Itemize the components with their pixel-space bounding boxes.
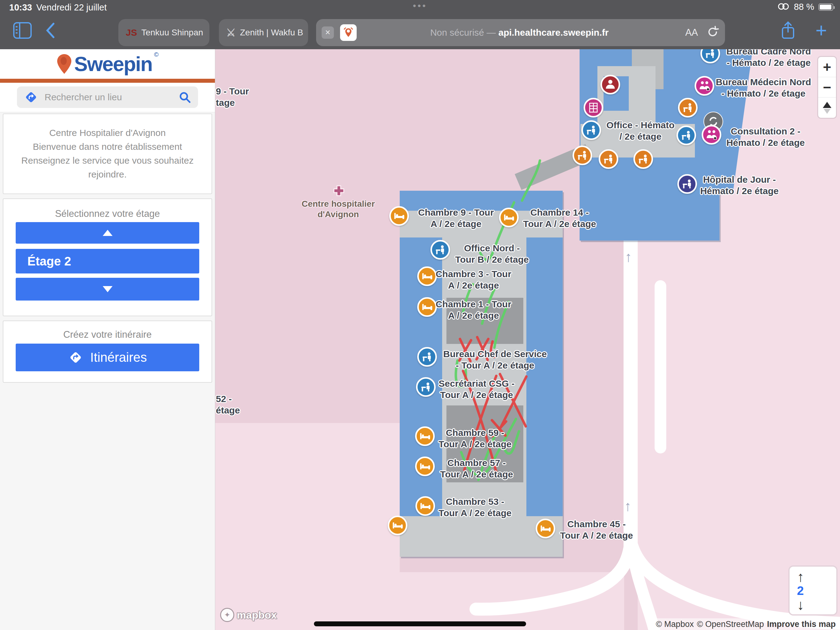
tab-tenkuu-shinpan[interactable]: JS Tenkuu Shinpan bbox=[118, 19, 209, 46]
route-card: Créez votre itinéraire Itinéraires bbox=[3, 321, 212, 383]
zoom-out-button[interactable]: − bbox=[818, 77, 836, 98]
welcome-card: Centre Hospitalier d'Avignon Bienvenue d… bbox=[3, 114, 212, 194]
multitasking-dots-icon[interactable]: ••• bbox=[413, 1, 427, 11]
floor-heading: Sélectionnez votre étage bbox=[3, 208, 212, 219]
sweepin-pin-icon bbox=[56, 54, 72, 74]
directions-diamond-icon bbox=[24, 90, 38, 104]
map-poi-chambre-1-marker[interactable] bbox=[417, 297, 437, 317]
map-poi-chambre-45-label: Chambre 45 -Tour A / 2e étage bbox=[560, 518, 633, 541]
map-poi-bureau-medecin-nord-marker[interactable] bbox=[695, 76, 714, 96]
clock: 10:33 bbox=[9, 2, 32, 13]
current-floor-button[interactable]: Étage 2 bbox=[16, 249, 199, 274]
map-poi-office-desk-4-marker[interactable] bbox=[633, 149, 653, 169]
map-poi-chambre-14-label: Chambre 14 -Tour A / 2e étage bbox=[523, 207, 596, 230]
welcome-instruction: Renseignez le service que vous souhaitez… bbox=[12, 154, 203, 181]
road-direction-arrow-icon: ↑ bbox=[624, 498, 631, 514]
url-text: Non sécurisé — api.healthcare.sweepin.fr bbox=[357, 27, 682, 38]
map-poi-bed-unlabeled-marker[interactable] bbox=[388, 516, 407, 535]
close-tab-icon[interactable]: ✕ bbox=[322, 27, 334, 39]
map-poi-secretariat-csg-marker[interactable] bbox=[416, 377, 436, 397]
map-outer-area bbox=[638, 191, 840, 630]
ipad-screen: 10:33 Vendredi 22 juillet ••• 88 % bbox=[0, 0, 840, 630]
map-poi-hopital-de-jour-label: Hôpital de Jour -Hémato / 2e étage bbox=[700, 174, 778, 196]
triangle-down-icon bbox=[824, 109, 831, 114]
attrib-osm[interactable]: © OpenStreetMap bbox=[697, 619, 764, 629]
map-poi-office-desk-3-marker[interactable] bbox=[598, 149, 618, 169]
itineraries-button[interactable]: Itinéraires bbox=[16, 343, 199, 371]
new-tab-button[interactable]: + bbox=[810, 20, 832, 41]
map-poi-office-desk-2-marker[interactable] bbox=[573, 146, 592, 165]
sidebar-toggle-icon[interactable] bbox=[12, 20, 33, 41]
tab-label: Tenkuu Shinpan bbox=[141, 28, 203, 38]
search-input[interactable] bbox=[44, 92, 172, 103]
url-host: api.healthcare.sweepin.fr bbox=[498, 27, 608, 38]
search-icon[interactable] bbox=[178, 91, 191, 104]
map-poi-chambre-14-marker[interactable] bbox=[499, 207, 519, 227]
map-cutoff-label-1: 52 -étage bbox=[216, 393, 240, 416]
mapbox-logo-icon: ✦ bbox=[220, 608, 234, 622]
map-poi-hopital-de-jour-marker[interactable] bbox=[677, 174, 697, 194]
sweepin-sidebar: Sweepin © Centre Hospitalier d'Avignon B… bbox=[0, 49, 215, 630]
back-button-icon[interactable] bbox=[39, 20, 61, 41]
date: Vendredi 22 juillet bbox=[36, 2, 107, 13]
reload-icon[interactable] bbox=[706, 25, 720, 40]
map-floor-control: ↑ 2 ↓ bbox=[788, 565, 838, 616]
floor-up-button[interactable] bbox=[16, 222, 199, 244]
welcome-subtitle: Bienvenue dans notre établissement bbox=[12, 140, 203, 154]
share-icon[interactable] bbox=[777, 20, 799, 41]
map-poi-consultation-2-marker[interactable] bbox=[702, 125, 721, 144]
sweepin-logo: Sweepin © bbox=[0, 49, 215, 79]
map-poi-consult-desk-marker[interactable] bbox=[676, 125, 696, 145]
map-poi-bureau-cadre-nord-label: Bureau Cadre Nord- Hémato / 2e étage bbox=[726, 49, 811, 68]
map-poi-chambre-1-label: Chambre 1 - TourA / 2e étage bbox=[436, 298, 511, 321]
mapbox-logo[interactable]: ✦ mapbox bbox=[220, 608, 277, 622]
map-poi-office-desk-1-marker[interactable] bbox=[678, 98, 698, 117]
floor-selector-card: Sélectionnez votre étage Étage 2 bbox=[3, 198, 212, 316]
map-poi-stock-shelves-marker[interactable] bbox=[584, 98, 603, 117]
map-poi-office-hemato-label: Office - Hémato/ 2e étage bbox=[606, 119, 674, 142]
map-poi-bureau-medecin-nord-label: Bureau Médecin Nord- Hémato / 2e étage bbox=[716, 76, 811, 99]
tab-favicon-js: JS bbox=[126, 27, 137, 38]
map-canvas[interactable]: ↑ ↑ Centre hospitalier d'Avignon bbox=[215, 49, 840, 630]
floor-up-arrow[interactable]: ↑ bbox=[797, 570, 804, 584]
tab-zenith-wakfu[interactable]: ⚔ Zenith | Wakfu B bbox=[219, 19, 308, 46]
hospital-name-label: Centre hospitalier d'Avignon bbox=[302, 199, 375, 220]
map-poi-chambre-3-marker[interactable] bbox=[417, 266, 437, 286]
map-attribution: © Mapbox © OpenStreetMap Improve this ma… bbox=[652, 618, 840, 630]
map-poi-office-hemato-marker[interactable] bbox=[581, 120, 601, 140]
floor-down-arrow[interactable]: ↓ bbox=[797, 598, 804, 612]
map-poi-chambre-53-marker[interactable] bbox=[415, 496, 435, 516]
tab-favicon-sword-icon: ⚔ bbox=[226, 27, 235, 39]
itineraries-label: Itinéraires bbox=[90, 350, 147, 365]
chevron-up-icon bbox=[103, 230, 112, 236]
attrib-mapbox[interactable]: © Mapbox bbox=[656, 619, 694, 629]
zoom-in-button[interactable]: + bbox=[818, 57, 836, 77]
map-poi-chambre-9-label: Chambre 9 - TourA / 2e étage bbox=[418, 207, 494, 230]
home-indicator[interactable] bbox=[314, 621, 526, 626]
search-bar[interactable] bbox=[17, 86, 198, 108]
map-poi-medecin-person-marker[interactable] bbox=[600, 75, 620, 95]
map-poi-bureau-chef-service-marker[interactable] bbox=[417, 347, 437, 367]
attrib-improve-link[interactable]: Improve this map bbox=[767, 619, 836, 629]
floor-down-button[interactable] bbox=[16, 278, 199, 301]
address-bar[interactable]: ✕ Non sécurisé — api.healthcare.sweepin.… bbox=[316, 19, 725, 46]
reader-aa-button[interactable]: AA bbox=[685, 27, 698, 38]
brand-name: Sweepin bbox=[74, 52, 152, 76]
map-poi-chambre-59-label: Chambre 59 -Tour A / 2e étage bbox=[439, 427, 511, 450]
map-poi-chambre-9-marker[interactable] bbox=[389, 206, 409, 226]
road-direction-arrow-icon: ↑ bbox=[625, 249, 632, 265]
map-poi-chambre-57-marker[interactable] bbox=[415, 456, 435, 476]
tab-label: Zenith | Wakfu B bbox=[240, 28, 303, 38]
pitch-toggle-button[interactable] bbox=[818, 98, 836, 118]
map-poi-office-nord-label: Office Nord -Tour B / 2e étage bbox=[455, 242, 529, 265]
map-poi-chambre-45-marker[interactable] bbox=[535, 519, 555, 538]
hotspot-link-icon bbox=[777, 2, 789, 12]
battery-percent: 88 % bbox=[794, 2, 814, 12]
map-poi-chambre-59-marker[interactable] bbox=[415, 426, 435, 446]
hospital-cross-icon bbox=[333, 185, 345, 197]
map-poi-office-nord-marker[interactable] bbox=[431, 240, 450, 260]
triangle-up-icon bbox=[823, 102, 831, 108]
search-section bbox=[0, 83, 215, 112]
brand-divider bbox=[0, 79, 215, 83]
map-poi-chambre-3-label: Chambre 3 - TourA / 2e étage bbox=[436, 268, 511, 291]
